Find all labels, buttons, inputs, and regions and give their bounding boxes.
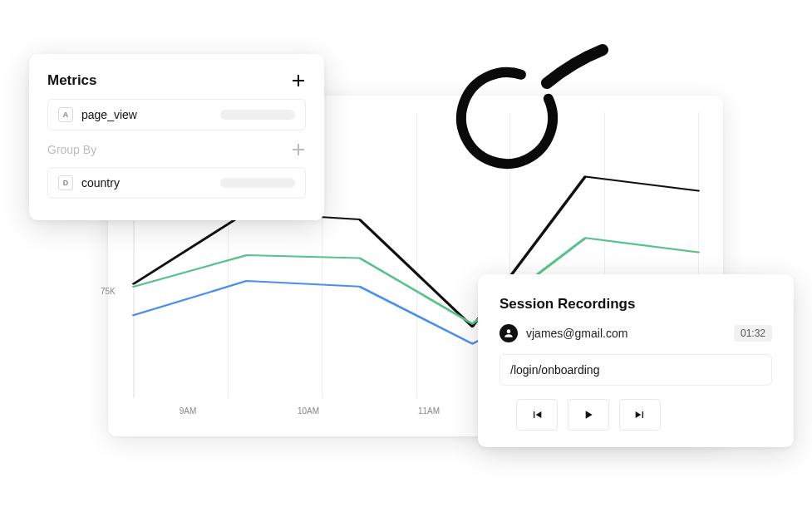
play-button[interactable]	[568, 399, 609, 431]
metrics-title: Metrics	[47, 72, 97, 89]
session-title: Session Recordings	[500, 296, 772, 313]
groupby-field[interactable]: D country	[47, 167, 306, 199]
plus-icon	[293, 75, 304, 86]
metric-field[interactable]: A page_view	[47, 99, 306, 130]
y-tick-75k: 75K	[101, 287, 116, 296]
session-user-email: vjames@gmail.com	[526, 327, 726, 340]
plus-icon	[293, 144, 304, 155]
metric-type-chip: A	[58, 107, 73, 122]
session-path[interactable]: /login/onboarding	[500, 354, 772, 386]
groupby-title: Group By	[47, 143, 96, 156]
play-icon	[582, 408, 595, 421]
metrics-card: Metrics A page_view Group By D country	[29, 54, 324, 220]
skip-next-icon	[633, 408, 647, 421]
x-tick-10am: 10AM	[283, 406, 333, 416]
metric-value: page_view	[81, 108, 137, 121]
x-tick-9am: 9AM	[163, 406, 213, 416]
user-icon	[503, 327, 514, 339]
session-recordings-card: Session Recordings vjames@gmail.com 01:3…	[478, 274, 794, 447]
session-time-badge: 01:32	[734, 325, 772, 342]
x-tick-11am: 11AM	[404, 406, 454, 416]
avatar	[500, 324, 518, 342]
placeholder-pill	[220, 110, 295, 120]
groupby-type-chip: D	[58, 175, 73, 190]
session-user-row: vjames@gmail.com 01:32	[500, 324, 772, 342]
playback-controls	[516, 399, 772, 431]
placeholder-pill	[220, 178, 295, 188]
previous-button[interactable]	[516, 399, 558, 431]
add-groupby-button[interactable]	[291, 142, 306, 157]
add-metric-button[interactable]	[291, 73, 306, 88]
skip-previous-icon	[530, 408, 544, 421]
next-button[interactable]	[619, 399, 661, 431]
groupby-value: country	[81, 176, 120, 190]
